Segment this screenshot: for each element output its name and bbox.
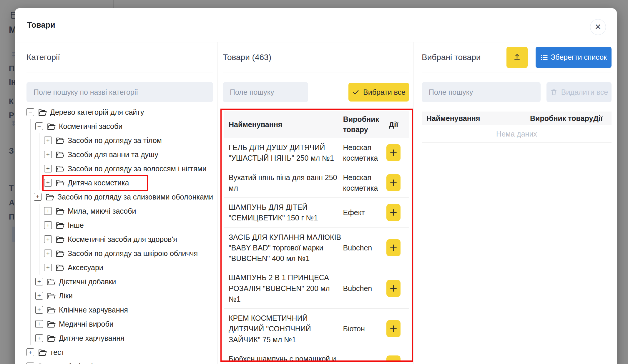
- tree-expander-icon[interactable]: +: [26, 348, 34, 356]
- upload-button[interactable]: [506, 47, 528, 68]
- categories-title: Категорії: [26, 53, 60, 62]
- tree-item[interactable]: + Інше: [26, 218, 213, 232]
- tree-expander-icon[interactable]: +: [44, 250, 52, 257]
- categories-title-row: Категорії: [26, 42, 213, 72]
- table-row: ГЕЛЬ ДЛЯ ДУШУ ДИТЯЧИЙ "УШАСТЫЙ НЯНЬ" 250…: [224, 138, 409, 168]
- tree-item[interactable]: + Ліки: [26, 289, 213, 303]
- tree-expander-icon[interactable]: +: [44, 151, 52, 158]
- folder-icon: [47, 306, 56, 314]
- close-icon: ✕: [594, 23, 601, 31]
- tree-indent-guide: [26, 289, 35, 303]
- product-name: ГЕЛЬ ДЛЯ ДУШУ ДИТЯЧИЙ "УШАСТЫЙ НЯНЬ" 250…: [229, 142, 343, 164]
- tree-item[interactable]: + Засоби для ванни та душу: [26, 147, 213, 162]
- tree-expander-icon[interactable]: +: [35, 320, 43, 328]
- product-name: ЗАСІБ ДЛЯ КУПАННЯ МАЛЮКІВ "BABY BAD" тор…: [229, 232, 343, 264]
- tree-item-label: Ліки: [59, 292, 73, 300]
- folder-icon: [38, 363, 47, 364]
- tree-indent-guide: [35, 260, 44, 275]
- tree-item[interactable]: − Дерево категорій для сайту: [26, 105, 213, 119]
- folder-icon: [56, 250, 65, 257]
- tree-expander-icon[interactable]: +: [44, 179, 52, 187]
- tree-expander-icon[interactable]: +: [35, 306, 43, 314]
- tree-item-label: Засоби по догляду за слизовими оболонкам…: [57, 193, 213, 201]
- plus-icon: [389, 208, 398, 217]
- check-icon: [352, 88, 360, 96]
- tree-expander-icon[interactable]: −: [35, 122, 43, 130]
- folder-icon: [47, 123, 56, 130]
- empty-state-text: Нема даних: [496, 130, 537, 138]
- tree-indent-guide: [35, 162, 44, 176]
- tree-item-label: Аксесуари: [68, 263, 103, 272]
- sidebar-peek-label: К: [9, 97, 14, 106]
- folder-icon: [38, 109, 47, 116]
- add-product-button[interactable]: [386, 280, 401, 297]
- add-product-button[interactable]: [386, 144, 401, 161]
- folder-icon: [56, 165, 65, 172]
- tree-item[interactable]: + Мила, миючі засоби: [26, 204, 213, 218]
- tree-expander-icon[interactable]: +: [44, 264, 52, 271]
- tree-item[interactable]: + Вироби ( … ): [26, 359, 213, 364]
- tree-item[interactable]: + Дитяча косметика: [26, 176, 213, 190]
- upload-icon: [513, 53, 521, 62]
- tree-expander-icon[interactable]: +: [26, 363, 34, 364]
- column-header-name: Найменування: [229, 120, 343, 129]
- tree-expander-icon[interactable]: +: [44, 221, 52, 229]
- tree-item[interactable]: + Медичні вироби: [26, 317, 213, 331]
- select-all-button[interactable]: Вибрати все: [348, 83, 409, 102]
- add-product-button[interactable]: [386, 320, 401, 337]
- add-product-button[interactable]: [386, 239, 401, 256]
- tree-expander-icon[interactable]: +: [35, 278, 43, 285]
- folder-icon: [46, 193, 54, 201]
- tree-item[interactable]: + Аксесуари: [26, 260, 213, 275]
- tree-item[interactable]: + Косметичні засоби для здоров'я: [26, 232, 213, 246]
- sidebar-peek-label: П: [9, 212, 14, 222]
- tree-indent-guide: [26, 232, 35, 246]
- product-manufacturer: Ефект: [343, 207, 386, 218]
- tree-item[interactable]: + Засоби по догляду за тілом: [26, 133, 213, 147]
- tree-item[interactable]: + Клінічне харчування: [26, 303, 213, 317]
- save-list-button[interactable]: Зберегти список: [536, 47, 612, 68]
- plus-icon: [389, 178, 398, 187]
- tree-expander-icon[interactable]: +: [44, 137, 52, 144]
- sidebar-peek-label: З: [9, 147, 14, 156]
- tree-indent-guide: [26, 246, 35, 260]
- selected-search-input[interactable]: [422, 82, 541, 102]
- table-row: ЗАСІБ ДЛЯ КУПАННЯ МАЛЮКІВ "BABY BAD" тор…: [224, 228, 409, 268]
- tree-item[interactable]: + Засоби по догляду за волоссям і нігтям…: [26, 162, 213, 176]
- add-product-button[interactable]: [386, 204, 401, 221]
- tree-expander-icon[interactable]: +: [35, 334, 43, 342]
- product-name: ШАМПУНЬ 2 В 1 ПРИНЦЕСА РОЗАЛІЯ "BUBCHEN"…: [229, 272, 343, 304]
- category-search-input[interactable]: [26, 82, 213, 102]
- table-row: ШАМПУНЬ 2 В 1 ПРИНЦЕСА РОЗАЛІЯ "BUBCHEN"…: [224, 268, 409, 309]
- background-sidebar-divider: [113, 0, 114, 9]
- tree-item[interactable]: + Дитяче харчування: [26, 331, 213, 345]
- tree-item[interactable]: − Косметичні засоби: [26, 119, 213, 133]
- add-product-button[interactable]: [386, 355, 401, 362]
- close-button[interactable]: ✕: [590, 19, 606, 35]
- folder-icon: [56, 137, 65, 144]
- delete-all-button[interactable]: Видалити все: [546, 82, 612, 102]
- tree-item[interactable]: + Засоби по догляду за слизовими оболонк…: [26, 190, 213, 204]
- tree-item[interactable]: + тест: [26, 345, 213, 359]
- tree-expander-icon[interactable]: +: [44, 235, 52, 243]
- tree-expander-icon[interactable]: +: [44, 165, 52, 172]
- tree-item-label: Засоби для ванни та душу: [68, 150, 158, 159]
- tree-item-label: Інше: [68, 221, 84, 230]
- tree-expander-icon[interactable]: +: [35, 292, 43, 300]
- product-manufacturer: Bubchen: [343, 359, 386, 362]
- product-manufacturer: Bubchen: [343, 283, 386, 294]
- tree-expander-icon[interactable]: +: [44, 207, 52, 215]
- tree-expander-icon[interactable]: +: [34, 193, 41, 201]
- add-product-button[interactable]: [386, 174, 401, 191]
- tree-item[interactable]: + Засоби по догляду за шкірою обличчя: [26, 246, 213, 260]
- categories-column: Категорії − Дерево категорій для сайту −…: [15, 42, 217, 364]
- products-column: Товари (463) Вибрати все Найменування Ви…: [217, 42, 413, 364]
- tree-item[interactable]: + Дієтичні добавки: [26, 275, 213, 289]
- products-modal: Товари ✕ Категорії − Дерево категорій дл…: [15, 8, 617, 364]
- products-search-input[interactable]: [223, 82, 308, 102]
- tree-indent-guide: [35, 218, 44, 232]
- column-header-manufacturer: Виробник товару: [530, 114, 593, 123]
- tree-expander-icon[interactable]: −: [26, 108, 34, 116]
- tree-item-label: Косметичні засоби для здоров'я: [68, 235, 177, 244]
- sidebar-peek-label: Р: [9, 111, 14, 120]
